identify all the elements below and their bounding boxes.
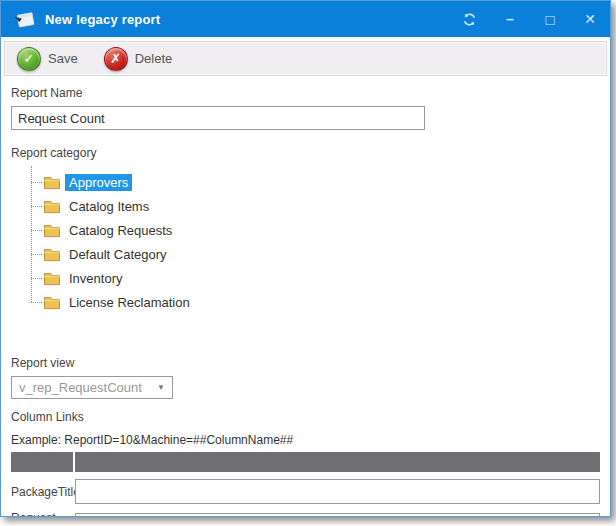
header-cell-name	[11, 452, 73, 472]
dialog-content: Report Name Report category Approvers Ca…	[1, 76, 610, 517]
folder-icon	[43, 223, 61, 238]
delete-x-icon: ✗	[104, 47, 128, 71]
tree-item-label: License Reclamation	[65, 294, 194, 311]
tree-item-default-category[interactable]: Default Category	[31, 242, 600, 266]
minimize-button[interactable]: –	[502, 12, 518, 26]
window-controls: – □ ✕	[462, 12, 598, 27]
save-button[interactable]: ✓ Save	[17, 47, 78, 71]
tree-item-inventory[interactable]: Inventory	[31, 266, 600, 290]
tree-item-label: Inventory	[65, 270, 126, 287]
close-button[interactable]: ✕	[582, 12, 598, 26]
tree-item-label: Catalog Items	[65, 198, 153, 215]
window-title: New legacy report	[45, 12, 160, 27]
report-view-label: Report view	[11, 356, 600, 370]
tree-item-label: Default Category	[65, 246, 171, 263]
tree-item-catalog-requests[interactable]: Catalog Requests	[31, 218, 600, 242]
tree-item-license-reclamation[interactable]: License Reclamation	[31, 290, 600, 314]
report-note-icon	[13, 9, 37, 29]
chevron-down-icon: ▼	[157, 383, 165, 392]
column-links-example: Example: ReportID=10&Machine=##ColumnNam…	[11, 433, 600, 447]
delete-button[interactable]: ✗ Delete	[104, 47, 173, 71]
request-count-link-input[interactable]	[75, 513, 600, 518]
tree-item-label: Catalog Requests	[65, 222, 176, 239]
packagetitle-link-input[interactable]	[75, 479, 600, 504]
table-row: PackageTitle	[11, 479, 600, 504]
report-category-tree: Approvers Catalog Items Catalog Requests	[31, 170, 600, 314]
save-button-label: Save	[48, 51, 78, 66]
column-row-label: PackageTitle	[11, 485, 75, 499]
folder-icon	[43, 295, 61, 310]
title-bar: New legacy report – □ ✕	[1, 1, 610, 37]
report-view-select[interactable]: v_rep_RequestCount ▼	[11, 376, 173, 399]
toolbar: ✓ Save ✗ Delete	[4, 41, 607, 76]
column-links-label: Column Links	[11, 410, 600, 424]
delete-button-label: Delete	[135, 51, 173, 66]
refresh-icon	[462, 12, 477, 27]
folder-icon	[43, 175, 61, 190]
report-view-value: v_rep_RequestCount	[19, 380, 157, 395]
refresh-button[interactable]	[462, 12, 478, 27]
header-cell-link	[75, 452, 600, 472]
table-row: Request Count	[11, 511, 600, 517]
dialog-window: New legacy report – □ ✕ ✓ Save ✗ Delete	[0, 0, 611, 517]
tree-item-approvers[interactable]: Approvers	[31, 170, 600, 194]
folder-icon	[43, 199, 61, 214]
report-category-label: Report category	[11, 146, 600, 160]
folder-icon	[43, 271, 61, 286]
folder-icon	[43, 247, 61, 262]
report-name-input[interactable]	[11, 106, 425, 130]
column-row-label: Request Count	[11, 511, 75, 517]
tree-item-label: Approvers	[65, 174, 132, 191]
report-name-label: Report Name	[11, 86, 600, 100]
tree-item-catalog-items[interactable]: Catalog Items	[31, 194, 600, 218]
column-links-header	[11, 452, 600, 472]
maximize-button[interactable]: □	[542, 12, 558, 27]
save-check-icon: ✓	[17, 47, 41, 71]
